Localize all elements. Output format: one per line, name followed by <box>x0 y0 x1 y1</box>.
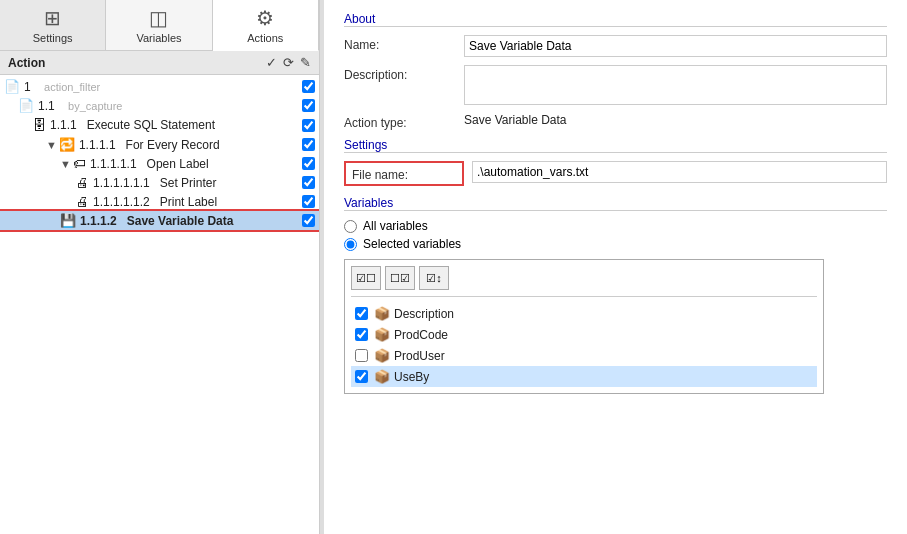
tree-expand-icon: ▼ <box>60 158 71 170</box>
name-row: Name: <box>344 35 887 57</box>
item-label: 1.1.1 Execute SQL Statement <box>50 118 302 132</box>
tree-expand-icon: ▼ <box>46 139 57 151</box>
list-item-save-variable[interactable]: 💾 1.1.1.2 Save Variable Data <box>0 211 319 230</box>
description-row: Description: <box>344 65 887 105</box>
item-checkbox[interactable] <box>302 138 315 151</box>
select-all-button[interactable]: ☑☐ <box>351 266 381 290</box>
for-every-record-icon: 🔁 <box>59 137 75 152</box>
settings-tab-label: Settings <box>33 32 73 44</box>
item-label: 1.1.1.1.1.1 Set Printer <box>93 176 302 190</box>
item-checkbox[interactable] <box>302 195 315 208</box>
variable-item-description[interactable]: 📦 Description <box>351 303 817 324</box>
save-variable-icon: 💾 <box>60 213 76 228</box>
tab-actions[interactable]: ⚙ Actions <box>213 0 319 51</box>
variables-toolbar: ☑☐ ☐☑ ☑↕ <box>351 266 817 297</box>
variable-item-produser[interactable]: 📦 ProdUser <box>351 345 817 366</box>
action-type-value: Save Variable Data <box>464 113 887 127</box>
all-variables-label: All variables <box>363 219 428 233</box>
all-variables-radio[interactable] <box>344 220 357 233</box>
item-checkbox[interactable] <box>302 157 315 170</box>
item-icon: 📄 <box>4 79 20 94</box>
list-item[interactable]: 📄 1.1 by_capture <box>0 96 319 115</box>
variables-tab-icon: ◫ <box>149 6 168 30</box>
item-label: 1.1.1.1.1 Open Label <box>90 157 302 171</box>
item-checkbox[interactable] <box>302 80 315 93</box>
variables-tab-label: Variables <box>136 32 181 44</box>
variable-item-prodcode[interactable]: 📦 ProdCode <box>351 324 817 345</box>
settings-section-title: Settings <box>344 138 387 152</box>
item-label: 1.1 by_capture <box>38 99 302 113</box>
settings-tab-icon: ⊞ <box>44 6 61 30</box>
settings-section: Settings File name: <box>344 138 887 186</box>
selected-variables-label: Selected variables <box>363 237 461 251</box>
variables-section: Variables All variables Selected variabl… <box>344 196 887 394</box>
action-list-header: Action ✓ ⟳ ✎ <box>0 51 319 75</box>
item-checkbox[interactable] <box>302 99 315 112</box>
tab-settings[interactable]: ⊞ Settings <box>0 0 106 50</box>
item-label: 1 action_filter <box>24 80 302 94</box>
list-item[interactable]: ▼ 🏷 1.1.1.1.1 Open Label <box>0 154 319 173</box>
useby-checkbox[interactable] <box>355 370 368 383</box>
list-item[interactable]: 📄 1 action_filter <box>0 77 319 96</box>
about-section: About Name: Description: Action type: Sa… <box>344 12 887 130</box>
action-header-icons: ✓ ⟳ ✎ <box>266 55 311 70</box>
file-name-label: File name: <box>352 165 472 182</box>
prodcode-var-icon: 📦 <box>374 327 390 342</box>
useby-var-label: UseBy <box>394 370 429 384</box>
action-type-row: Action type: Save Variable Data <box>344 113 887 130</box>
print-label-icon: 🖨 <box>76 194 89 209</box>
execute-sql-icon: 🗄 <box>32 117 46 133</box>
variables-radio-group: All variables Selected variables <box>344 219 887 251</box>
refresh-icon[interactable]: ⟳ <box>283 55 294 70</box>
deselect-all-button[interactable]: ☐☑ <box>385 266 415 290</box>
prodcode-var-label: ProdCode <box>394 328 448 342</box>
edit-icon[interactable]: ✎ <box>300 55 311 70</box>
list-item[interactable]: ▼ 🔁 1.1.1.1 For Every Record <box>0 135 319 154</box>
name-label: Name: <box>344 35 464 52</box>
variables-box: ☑☐ ☐☑ ☑↕ 📦 Description 📦 ProdCode <box>344 259 824 394</box>
variables-section-title: Variables <box>344 196 393 210</box>
set-printer-icon: 🖨 <box>76 175 89 190</box>
item-checkbox[interactable] <box>302 214 315 227</box>
tabs-bar: ⊞ Settings ◫ Variables ⚙ Actions <box>0 0 319 51</box>
produser-checkbox[interactable] <box>355 349 368 362</box>
action-type-label: Action type: <box>344 113 464 130</box>
description-var-label: Description <box>394 307 454 321</box>
variable-item-useby[interactable]: 📦 UseBy <box>351 366 817 387</box>
description-label: Description: <box>344 65 464 82</box>
file-name-input[interactable] <box>472 161 887 183</box>
description-input[interactable] <box>464 65 887 105</box>
action-column-title: Action <box>8 56 45 70</box>
right-panel: About Name: Description: Action type: Sa… <box>324 0 907 534</box>
all-variables-option[interactable]: All variables <box>344 219 887 233</box>
list-item[interactable]: 🗄 1.1.1 Execute SQL Statement <box>0 115 319 135</box>
actions-tab-icon: ⚙ <box>256 6 274 30</box>
item-icon: 📄 <box>18 98 34 113</box>
description-checkbox[interactable] <box>355 307 368 320</box>
item-label: 1.1.1.1.1.2 Print Label <box>93 195 302 209</box>
toggle-button[interactable]: ☑↕ <box>419 266 449 290</box>
prodcode-checkbox[interactable] <box>355 328 368 341</box>
file-name-row: File name: <box>344 161 887 186</box>
produser-var-icon: 📦 <box>374 348 390 363</box>
checkmark-icon: ✓ <box>266 55 277 70</box>
produser-var-label: ProdUser <box>394 349 445 363</box>
name-input[interactable] <box>464 35 887 57</box>
useby-var-icon: 📦 <box>374 369 390 384</box>
file-name-label-box: File name: <box>344 161 464 186</box>
tab-variables[interactable]: ◫ Variables <box>106 0 212 50</box>
selected-variables-option[interactable]: Selected variables <box>344 237 887 251</box>
selected-variables-radio[interactable] <box>344 238 357 251</box>
open-label-icon: 🏷 <box>73 156 86 171</box>
action-list: 📄 1 action_filter 📄 1.1 by_capture 🗄 1.1… <box>0 75 319 534</box>
item-label: 1.1.1.2 Save Variable Data <box>80 214 302 228</box>
list-item[interactable]: 🖨 1.1.1.1.1.1 Set Printer <box>0 173 319 192</box>
item-label: 1.1.1.1 For Every Record <box>79 138 302 152</box>
item-checkbox[interactable] <box>302 176 315 189</box>
description-var-icon: 📦 <box>374 306 390 321</box>
list-item[interactable]: 🖨 1.1.1.1.1.2 Print Label <box>0 192 319 211</box>
item-checkbox[interactable] <box>302 119 315 132</box>
about-section-title: About <box>344 12 375 26</box>
left-panel: ⊞ Settings ◫ Variables ⚙ Actions Action … <box>0 0 320 534</box>
actions-tab-label: Actions <box>247 32 283 44</box>
